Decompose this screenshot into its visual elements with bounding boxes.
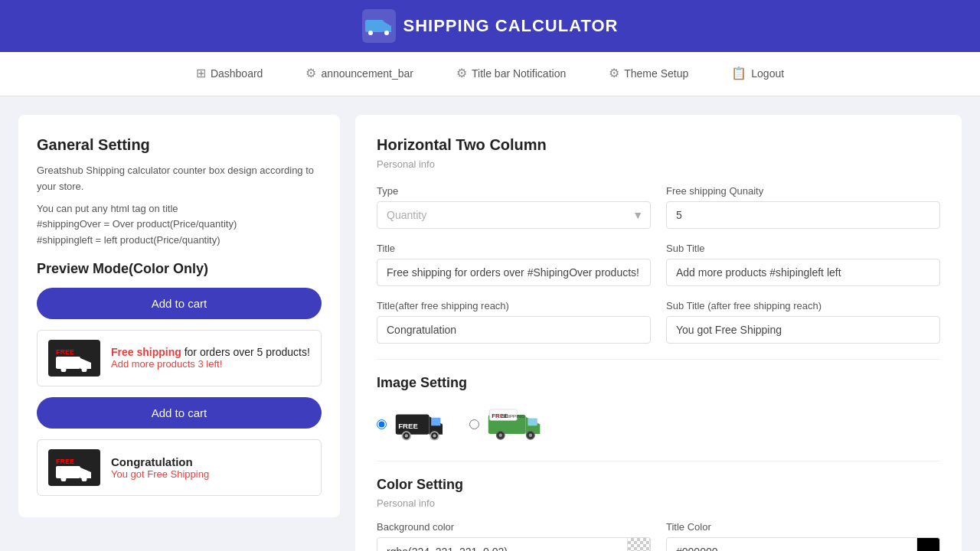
svg-rect-25 [528,419,537,426]
color-setting-title: Color Setting [377,477,940,493]
truck-image-color: FREE SHIPPING [487,403,548,445]
nav-logout-label: Logout [751,67,784,80]
nav-theme-setup[interactable]: ⚙ Theme Setup [587,52,710,96]
svg-point-3 [368,31,373,35]
main-nav: ⊞ Dashboard ⚙ announcement_bar ⚙ Title b… [0,52,980,96]
doc-icon: 📋 [731,66,746,80]
app-header: Shipping Calculator [0,0,980,52]
type-select[interactable]: Quantity [377,201,651,229]
image-option-1: FREE [377,403,448,445]
subtitle-after-label: Sub Title (after free shipping reach) [666,300,940,311]
title-color-swatch[interactable] [917,537,940,551]
grid-icon: ⊞ [196,66,206,80]
congrat-card-text: Congratulation You got Free Shipping [111,455,209,480]
congrat-card: FREE Congratulation You got Free Shippin… [37,439,322,496]
svg-point-21 [433,434,436,437]
shipping-card-icon: FREE [48,340,100,377]
shipping-main-text: Free shipping for orders over 5 products… [111,346,310,358]
divider-1 [377,359,940,360]
nav-title-bar[interactable]: ⚙ Title bar Notification [435,52,587,96]
form-row-title-subtitle: Title Sub Title [377,243,940,286]
sidebar-title: Ganeral Setting [37,136,322,154]
image-radio-2[interactable] [469,419,479,429]
nav-announcement-bar[interactable]: ⚙ announcement_bar [284,52,435,96]
preview-mode-title: Preview Mode(Color Only) [37,261,322,277]
image-option-2: FREE SHIPPING [469,403,548,445]
form-group-bg-color: Background color [377,521,651,551]
nav-theme-label: Theme Setup [624,67,688,80]
sidebar: Ganeral Setting Greatshub Shipping calcu… [18,115,340,517]
nav-announcement-label: announcement_bar [321,67,413,80]
nav-dashboard[interactable]: ⊞ Dashboard [175,52,285,96]
form-group-subtitle-after: Sub Title (after free shipping reach) [666,300,940,344]
svg-marker-7 [80,358,91,369]
subtitle-input[interactable] [666,259,940,286]
subtitle-label: Sub Title [666,243,940,254]
title-after-label: Title(after free shipping reach) [377,300,651,311]
app-title: Shipping Calculator [403,16,619,36]
svg-point-4 [384,31,389,35]
image-section: Image Setting FREE [377,375,940,445]
svg-rect-17 [431,418,440,426]
shipping-card: FREE Free shipping for orders over 5 pro… [37,330,322,386]
type-label: Type [377,185,651,197]
color-section: Color Setting Personal info Background c… [377,477,940,551]
horizontal-section: Horizontal Two Column Personal info Type… [377,136,940,344]
gear-icon-3: ⚙ [609,66,619,80]
svg-marker-12 [80,468,91,478]
shipping-highlight: Free shipping [111,346,181,358]
form-group-title-after: Title(after free shipping reach) [377,300,651,344]
horizontal-section-subtitle: Personal info [377,158,940,170]
add-to-cart-button-1[interactable]: Add to cart [37,288,322,319]
shipping-text-suffix: for orders over 5 products! [185,346,310,358]
color-section-sub: Personal info [377,497,940,509]
form-group-free-qty: Free shipping Qunaity [666,185,940,229]
svg-text:FREE: FREE [56,458,74,465]
congrat-title: Congratulation [111,455,209,468]
title-input[interactable] [377,259,651,286]
shipping-card-text: Free shipping for orders over 5 products… [111,346,310,370]
free-qty-input[interactable] [666,201,940,229]
image-setting-title: Image Setting [377,375,940,391]
nav-logout[interactable]: 📋 Logout [710,52,805,96]
bg-color-swatch[interactable] [628,537,651,551]
form-row-title-after: Title(after free shipping reach) Sub Tit… [377,300,940,344]
gear-icon-2: ⚙ [456,66,467,80]
title-after-input[interactable] [377,316,651,344]
form-row-type-qty: Type Quantity ▼ Free shipping Qunaity [377,185,940,229]
title-color-input[interactable] [666,537,917,551]
sidebar-desc2: You can put any html tag on title #shipp… [37,201,322,249]
form-group-title-color: Title Color [666,521,940,551]
svg-text:SHIPPING: SHIPPING [502,413,525,419]
sidebar-desc1: Greatshub Shipping calculator counter bo… [37,163,322,195]
form-group-type: Type Quantity ▼ [377,185,651,229]
truck-image-black: FREE [394,403,448,445]
nav-titlebar-label: Title bar Notification [472,67,566,80]
svg-rect-6 [56,357,80,369]
svg-rect-1 [365,20,384,32]
bg-color-label: Background color [377,521,651,533]
image-radio-1[interactable] [377,419,387,429]
type-select-wrapper: Quantity ▼ [377,201,651,229]
main-content: Ganeral Setting Greatshub Shipping calcu… [0,96,980,551]
free-qty-label: Free shipping Qunaity [666,185,940,197]
add-to-cart-button-2[interactable]: Add to cart [37,397,322,429]
color-form-row: Background color Title Color [377,521,940,551]
congrat-card-icon: FREE [48,449,100,486]
svg-text:FREE: FREE [398,422,418,430]
congrat-sub: You got Free Shipping [111,468,209,480]
header-logo: Shipping Calculator [362,9,619,43]
svg-point-28 [499,434,502,437]
divider-2 [377,461,940,461]
svg-rect-11 [56,466,80,478]
title-label: Title [377,243,651,254]
subtitle-after-input[interactable] [666,316,940,344]
svg-point-20 [405,434,408,437]
nav-dashboard-label: Dashboard [211,67,263,80]
logo-icon [362,9,396,43]
image-options: FREE FREE [377,403,940,445]
form-group-subtitle: Sub Title [666,243,940,286]
right-panel: Horizontal Two Column Personal info Type… [355,115,962,551]
bg-color-input[interactable] [377,537,628,551]
bg-color-input-group [377,537,651,551]
